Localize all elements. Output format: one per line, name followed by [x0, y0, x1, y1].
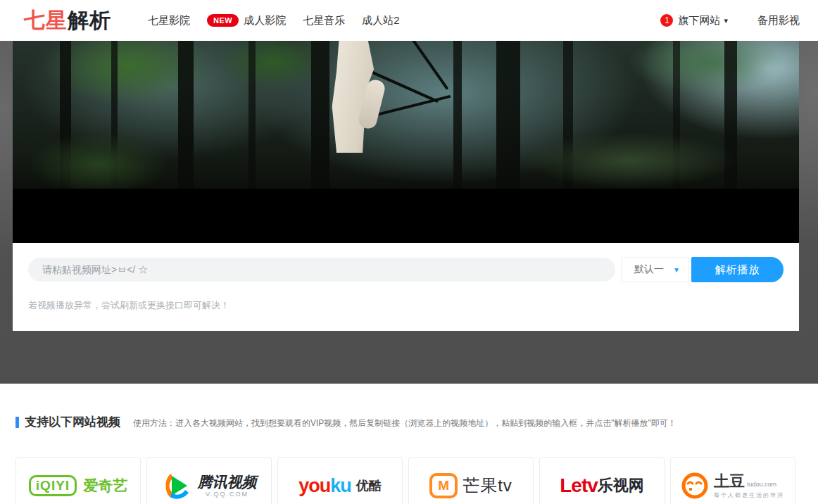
- navbar-right: 1 旗下网站 ▾ 备用影视: [660, 14, 800, 27]
- top-navbar: 七星解析 七星影院 NEW 成人影院 七星音乐 成人站2 1 旗下网站 ▾ 备用…: [0, 0, 818, 41]
- nav-links: 七星影院 NEW 成人影院 七星音乐 成人站2: [131, 14, 400, 27]
- section-marker: [15, 417, 19, 428]
- site-card-mgtv[interactable]: M 芒果tv: [408, 457, 534, 504]
- video-url-input[interactable]: [28, 258, 615, 282]
- nav-item-adult-site2[interactable]: 成人站2: [362, 14, 399, 27]
- chevron-down-icon: ▾: [724, 16, 728, 25]
- tencent-video-url: V.QQ.COM: [198, 491, 257, 498]
- supported-sites-section: 支持以下网站视频 使用方法：进入各大视频网站，找到想要观看的VIP视频，然后复制…: [0, 384, 818, 504]
- nav-item-label: 七星音乐: [303, 14, 345, 27]
- subsites-dropdown-label: 旗下网站: [678, 14, 720, 27]
- player-hint-text: 若视频播放异常，尝试刷新或更换接口即可解决！: [28, 299, 784, 312]
- letv-logo-text: Letv: [560, 474, 598, 497]
- nav-item-label: 成人站2: [362, 14, 399, 27]
- backup-movies-link[interactable]: 备用影视: [757, 14, 800, 27]
- section-description: 使用方法：进入各大视频网站，找到想要观看的VIP视频，然后复制链接（浏览器上的视…: [133, 417, 677, 429]
- nav-item-label: 成人影院: [244, 14, 286, 27]
- mgtv-label: 芒果tv: [463, 474, 512, 497]
- site-logo[interactable]: 七星解析: [24, 6, 111, 35]
- site-card-iqiyi[interactable]: iQIYI 爱奇艺: [15, 457, 141, 504]
- forest-ground: [13, 159, 799, 189]
- mgtv-logo-icon: M: [429, 473, 458, 498]
- iqiyi-label: 爱奇艺: [83, 476, 127, 496]
- line-select-value: 默认一: [634, 263, 664, 276]
- backup-movies-label: 备用影视: [757, 14, 800, 26]
- tree-branch: [410, 41, 449, 90]
- section-title: 支持以下网站视频: [25, 414, 120, 430]
- nav-item-adult-cinema[interactable]: NEW 成人影院: [207, 14, 286, 27]
- parse-card: 默认一 ▼ 解析播放 若视频播放异常，尝试刷新或更换接口即可解决！: [13, 243, 799, 331]
- site-card-tencent-video[interactable]: 腾讯视频 V.QQ.COM: [146, 457, 272, 504]
- parse-play-button[interactable]: 解析播放: [691, 257, 784, 282]
- parse-row: 默认一 ▼ 解析播放: [28, 257, 784, 282]
- tencent-video-label: 腾讯视频: [198, 474, 257, 490]
- video-player[interactable]: [13, 41, 799, 189]
- line-select[interactable]: 默认一 ▼: [621, 257, 689, 282]
- tudou-slogan: 每个人都是生活的导演: [714, 493, 784, 499]
- player-stage: 默认一 ▼ 解析播放 若视频播放异常，尝试刷新或更换接口即可解决！: [13, 41, 799, 331]
- site-card-tudou[interactable]: 土豆 tudou.com 每个人都是生活的导演: [670, 457, 795, 504]
- iqiyi-logo-icon: iQIYI: [29, 475, 77, 496]
- forest-foliage: [629, 41, 784, 94]
- site-logo-cards: iQIYI 爱奇艺 腾讯视频 V.QQ.COM youku 优酷 M 芒果tv …: [15, 457, 803, 504]
- tree-branch: [375, 95, 451, 116]
- nav-item-label: 七星影院: [148, 14, 190, 27]
- nav-item-qixing-cinema[interactable]: 七星影院: [148, 14, 190, 27]
- tudou-url: tudou.com: [747, 481, 776, 489]
- site-card-youku[interactable]: youku 优酷: [277, 457, 403, 504]
- tudou-logo-icon: [681, 472, 708, 499]
- tudou-label: 土豆: [714, 473, 745, 490]
- caret-down-icon: ▼: [673, 266, 680, 274]
- new-badge: NEW: [207, 14, 239, 27]
- logo-text-red: 七星: [24, 8, 68, 32]
- letv-label: 乐视网: [598, 475, 644, 496]
- youku-label: 优酷: [356, 477, 382, 494]
- player-backdrop: 默认一 ▼ 解析播放 若视频播放异常，尝试刷新或更换接口即可解决！: [0, 41, 818, 384]
- tencent-video-logo-icon: [162, 471, 191, 500]
- youku-logo-text: youku: [298, 475, 351, 497]
- nav-item-qixing-music[interactable]: 七星音乐: [303, 14, 345, 27]
- notification-count-badge: 1: [660, 14, 673, 27]
- site-card-letv[interactable]: Letv 乐视网: [539, 457, 665, 504]
- logo-text-dark: 解析: [68, 8, 111, 32]
- video-letterbox: [13, 189, 799, 243]
- subsites-dropdown[interactable]: 旗下网站 ▾: [678, 14, 728, 27]
- section-header: 支持以下网站视频 使用方法：进入各大视频网站，找到想要观看的VIP视频，然后复制…: [15, 414, 803, 430]
